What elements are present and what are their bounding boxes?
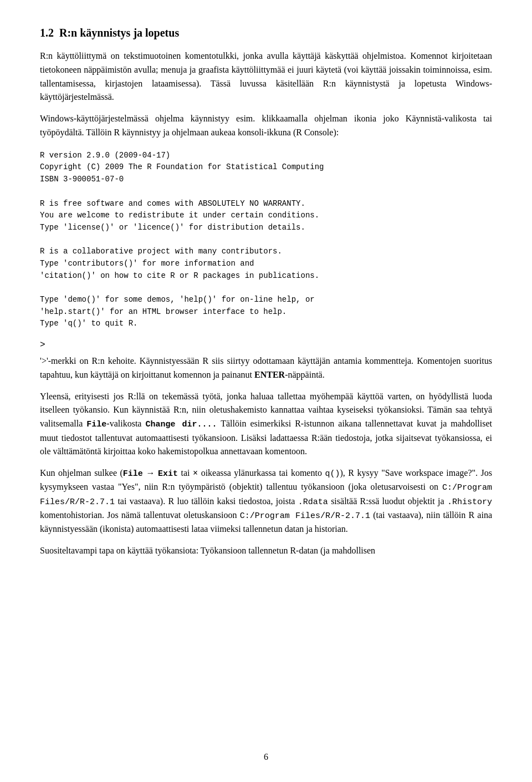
page: 1.2 R:n käynnistys ja lopetus R:n käyttö…	[0, 0, 532, 782]
section-heading: 1.2 R:n käynnistys ja lopetus	[40, 27, 492, 39]
p5-exit: Exit	[158, 469, 178, 479]
prompt-description-end: -näppäintä.	[285, 370, 325, 379]
p5-rdata: .Rdata	[298, 497, 328, 507]
p5-end2: komentohistorian. Jos nämä tallentuvat o…	[40, 510, 240, 520]
p5-file: File	[123, 469, 143, 479]
section-number: 1.2	[40, 27, 54, 39]
r-prompt: >	[40, 340, 492, 350]
p5-tai: tai	[178, 468, 193, 478]
p5-q: q()	[325, 469, 340, 479]
paragraph-6: Suositeltavampi tapa on käyttää työkansi…	[40, 544, 492, 558]
p5-x: ×	[193, 468, 198, 478]
paragraph-5: Kun ohjelman sulkee (File → Exit tai × o…	[40, 466, 492, 536]
p5-arrow: →	[143, 468, 158, 478]
paragraph-2: Windows-käyttöjärjestelmässä ohjelma käy…	[40, 112, 492, 140]
section-title: R:n käynnistys ja lopetus	[59, 27, 179, 39]
p5-end: tai vastaava). R luo tällöin kaksi tiedo…	[115, 496, 298, 506]
paragraph-4: Yleensä, erityisesti jos R:llä on tekemä…	[40, 390, 492, 459]
p4-change-dir: Change dir....	[145, 420, 217, 429]
r-console-output: R version 2.9.0 (2009-04-17) Copyright (…	[40, 150, 492, 330]
p5-path2: C:/Program Files/R/R-2.7.1	[240, 511, 370, 521]
p4-file-menu: File	[86, 420, 106, 429]
p5-middle: oikeassa ylänurkassa tai komento	[198, 468, 325, 478]
paragraph-3: '>'-merkki on R:n kehoite. Käynnistyessä…	[40, 354, 492, 382]
p4-middle: -valikosta	[106, 419, 145, 428]
p5-rhistory: .Rhistory	[447, 497, 492, 507]
p5-middle3: sisältää R:ssä luodut objektit ja	[328, 496, 447, 506]
page-number: 6	[0, 752, 532, 762]
paragraph-1: R:n käyttöliittymä on tekstimuotoinen ko…	[40, 49, 492, 104]
enter-key-label: ENTER	[254, 370, 285, 379]
p5-start: Kun ohjelman sulkee (	[40, 468, 123, 478]
